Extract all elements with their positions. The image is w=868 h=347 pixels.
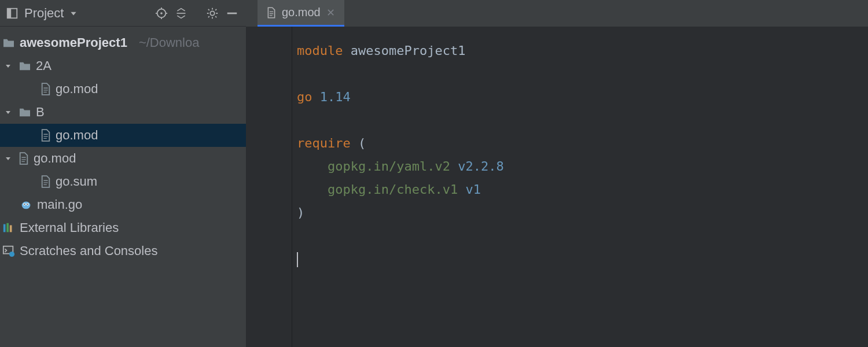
tree-item-label: go.mod [34,151,76,166]
close-tab-icon[interactable]: ✕ [326,6,335,19]
code-package: gopkg.in/yaml.v2 [328,159,450,174]
editor-gutter [246,27,292,347]
project-toolbar-title[interactable]: Project [24,6,64,21]
tree-item-label: main.go [37,197,82,212]
expand-all-icon[interactable] [173,5,189,21]
project-tree: awesomeProject1 ~/Downloa 2A go.mod [0,27,246,347]
editor-tab-gomod[interactable]: go.mod ✕ [258,0,344,27]
code-keyword: go [297,90,312,104]
project-panel-icon [6,7,19,20]
code-keyword: require [297,136,351,150]
code-keyword: module [297,43,343,58]
scratches-icon [2,245,15,257]
libraries-icon [2,222,15,234]
svg-point-19 [9,252,14,257]
code-paren: ( [358,136,366,150]
tree-file-b-gomod[interactable]: go.mod [0,124,246,147]
editor-tab-bar: go.mod ✕ [246,0,868,27]
tree-item-label: go.mod [56,128,98,143]
svg-rect-1 [8,8,11,18]
tree-file-gosum[interactable]: go.sum [0,170,246,193]
project-root-label: awesomeProject1 [20,35,127,50]
select-opened-file-icon[interactable] [153,5,170,21]
code-paren: ) [297,205,304,220]
project-root-hint: ~/Downloa [139,35,200,50]
code-number: 1.14 [320,90,351,104]
tree-folder-b[interactable]: B [0,101,246,124]
tree-item-label: 2A [36,58,52,73]
file-icon [41,175,51,188]
file-icon [41,129,51,142]
svg-point-14 [27,204,28,205]
tree-item-label: go.sum [56,174,97,189]
editor-tab-label: go.mod [282,6,321,19]
svg-rect-15 [3,224,6,232]
project-toolbar: Project [0,0,246,27]
tree-item-label: B [36,105,45,120]
editor-body[interactable]: module awesomeProject1 go 1.14 require (… [246,27,868,347]
folder-icon [19,61,31,71]
chevron-down-icon[interactable] [2,155,14,162]
tree-file-main-go[interactable]: main.go [0,193,246,216]
hide-panel-icon[interactable] [224,5,240,21]
code-version: v2.2.8 [458,159,503,174]
file-icon [267,7,276,19]
code-version: v1 [465,182,481,197]
project-root-row[interactable]: awesomeProject1 ~/Downloa [0,31,246,54]
svg-rect-16 [6,223,9,232]
chevron-down-icon[interactable] [69,9,78,17]
editor-cursor [297,252,298,267]
svg-point-10 [22,202,31,209]
tree-folder-2a[interactable]: 2A [0,54,246,77]
file-icon [41,83,51,95]
tree-item-label: go.mod [56,82,98,97]
settings-gear-icon[interactable] [204,5,220,21]
chevron-down-icon[interactable] [2,62,14,69]
tree-item-label: External Libraries [20,220,119,235]
file-icon [19,152,29,165]
svg-point-13 [24,204,25,205]
svg-rect-17 [10,225,12,232]
editor-pane: go.mod ✕ module awesomeProject1 go 1.14 … [246,0,868,347]
folder-icon [2,38,15,48]
tree-file-root-gomod[interactable]: go.mod [0,147,246,170]
code-ident: awesomeProject1 [351,43,466,58]
chevron-down-icon[interactable] [2,109,14,116]
code-area[interactable]: module awesomeProject1 go 1.14 require (… [292,27,509,347]
tree-item-label: Scratches and Consoles [20,243,157,259]
go-file-icon [20,198,32,211]
folder-icon [19,107,31,117]
tree-scratches-consoles[interactable]: Scratches and Consoles [0,239,246,263]
svg-point-7 [160,12,163,14]
project-sidebar: Project [0,0,246,347]
code-package: gopkg.in/check.v1 [328,182,458,197]
tree-external-libraries[interactable]: External Libraries [0,216,246,239]
tree-file-2a-gomod[interactable]: go.mod [0,77,246,101]
